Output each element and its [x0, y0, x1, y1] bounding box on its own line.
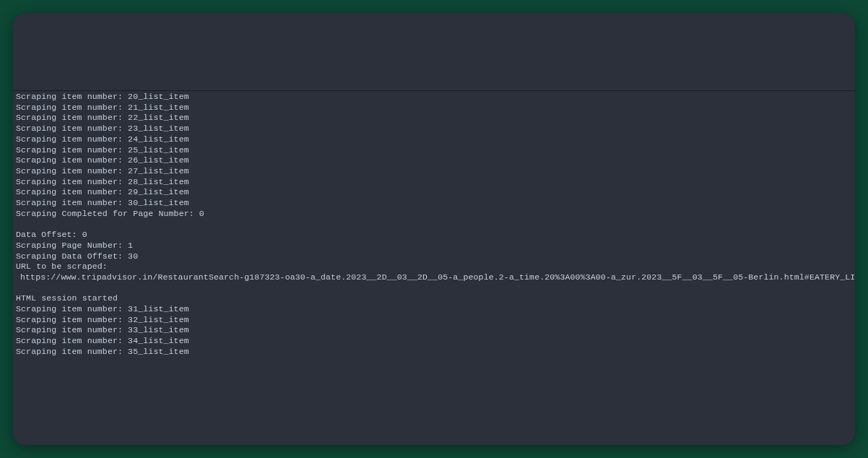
terminal-header [13, 13, 855, 91]
log-line: Scraping item number: 35_list_item [16, 347, 852, 358]
log-line: Scraping item number: 27_list_item [16, 166, 852, 177]
blank-line [16, 283, 852, 294]
log-line-url: https://www.tripadvisor.in/RestaurantSea… [16, 272, 852, 283]
log-line: Scraping item number: 32_list_item [16, 315, 852, 326]
log-line: Data Offset: 0 [16, 230, 852, 241]
log-line: Scraping item number: 23_list_item [16, 124, 852, 134]
log-line: Scraping item number: 22_list_item [16, 113, 852, 124]
log-line: Scraping item number: 21_list_item [16, 103, 852, 113]
log-line: Scraping item number: 20_list_item [16, 92, 852, 103]
blank-line [16, 219, 852, 230]
log-line: Scraping Data Offset: 30 [16, 251, 852, 262]
log-line: Scraping item number: 34_list_item [16, 336, 852, 347]
log-line: Scraping item number: 31_list_item [16, 304, 852, 315]
log-line: Scraping item number: 26_list_item [16, 155, 852, 166]
log-line: Scraping item number: 25_list_item [16, 145, 852, 156]
log-line: Scraping item number: 33_list_item [16, 325, 852, 336]
terminal-window: Scraping item number: 20_list_item Scrap… [13, 13, 855, 445]
log-line: Scraping Page Number: 1 [16, 241, 852, 251]
log-line: Scraping item number: 24_list_item [16, 134, 852, 145]
log-line: Scraping item number: 29_list_item [16, 187, 852, 198]
log-line: URL to be scraped: [16, 262, 852, 272]
terminal-output[interactable]: Scraping item number: 20_list_item Scrap… [13, 91, 855, 358]
log-line: Scraping Completed for Page Number: 0 [16, 209, 852, 220]
log-line: HTML session started [16, 293, 852, 304]
log-line: Scraping item number: 28_list_item [16, 177, 852, 188]
log-line: Scraping item number: 30_list_item [16, 198, 852, 209]
